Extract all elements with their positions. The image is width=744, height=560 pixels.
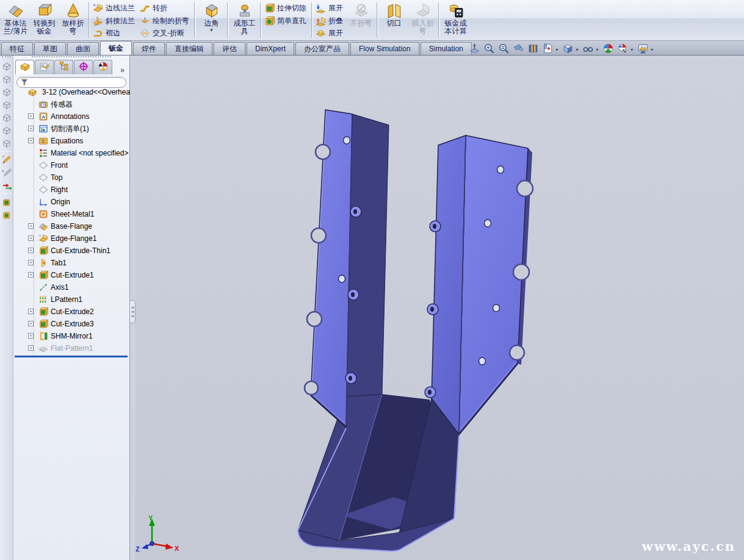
expand-toggle[interactable]: +	[28, 248, 34, 253]
expand-toggle[interactable]: +	[28, 138, 34, 143]
expand-toggle[interactable]: +	[28, 235, 34, 241]
ribbon-button-sheetmetal-cost[interactable]: 钣金成本计算	[441, 1, 470, 40]
ribbon-button-sketched-bend[interactable]: 绘制的折弯	[139, 15, 193, 27]
panel-tab-featuremanager-tree[interactable]	[15, 60, 34, 74]
viewtool-previous-view[interactable]	[513, 43, 524, 57]
dropdown-arrow-icon[interactable]: ▼	[650, 48, 654, 52]
expand-toggle[interactable]: +	[28, 272, 34, 278]
tab-DimXpert[interactable]: DimXpert	[247, 42, 294, 55]
panel-tab-overflow[interactable]: »	[120, 66, 125, 74]
part-seat[interactable]	[298, 394, 459, 551]
tab-特征[interactable]: 特征	[1, 42, 33, 55]
tree-item-Equations[interactable]: +ΣEquations	[13, 135, 129, 147]
tab-草图[interactable]: 草图	[34, 42, 66, 55]
dropdown-arrow-icon[interactable]: ▼	[630, 48, 634, 52]
viewtool-annotation-view[interactable]: ▼	[542, 43, 559, 57]
view-cube-iso-icon[interactable]	[1, 138, 12, 149]
view-cube-1-icon[interactable]	[1, 61, 12, 72]
tree-item-LPattern1[interactable]: LPattern1	[13, 293, 129, 306]
expand-toggle[interactable]: +	[28, 126, 34, 131]
ribbon-button-forming-tool[interactable]: 成形工具	[230, 1, 259, 40]
tree-item-Flat-Pattern1[interactable]: +Flat-Pattern1	[13, 342, 129, 354]
view-cube-4-icon[interactable]	[1, 99, 12, 110]
tab-直接编辑[interactable]: 直接编辑	[166, 42, 212, 55]
viewtool-section-view[interactable]	[527, 43, 539, 57]
expand-toggle[interactable]: +	[28, 223, 34, 229]
panel-tab-displaymanager[interactable]	[93, 60, 112, 74]
panel-collapse-handle[interactable]: ◄ ◄ ◄	[130, 300, 135, 323]
view-cube-5-icon[interactable]	[1, 112, 12, 123]
tree-item-Material-not-specified-[interactable]: Material <not specified>	[13, 147, 129, 159]
panel-tab-dimxpertmanager[interactable]	[74, 60, 93, 74]
tree-item-Origin[interactable]: Origin	[13, 196, 129, 208]
tab-曲面[interactable]: 曲面	[67, 42, 99, 55]
panel-tab-configurationmanager[interactable]	[54, 60, 73, 74]
tree-item-Top[interactable]: Top	[13, 171, 129, 184]
part-right-plate[interactable]	[425, 135, 533, 434]
tree-item-Cut-Extrude1[interactable]: +Cut-Extrude1	[13, 269, 129, 281]
tab-钣金[interactable]: 钣金	[100, 41, 132, 55]
tab-办公室产品[interactable]: 办公室产品	[295, 42, 349, 55]
ribbon-button-lofted-bend[interactable]: 放样折弯	[59, 1, 87, 40]
extrude-boss-icon[interactable]	[1, 196, 12, 207]
viewtool-display-style[interactable]: ▼	[582, 43, 599, 57]
viewtool-zoom-in-out[interactable]	[498, 43, 510, 57]
ribbon-button-flatten[interactable]: 展开	[314, 27, 347, 40]
panel-tab-propertymanager[interactable]	[35, 60, 54, 74]
viewtool-zoom-to-fit[interactable]	[469, 43, 480, 57]
viewtool-edit-appearance[interactable]: ▼	[617, 43, 634, 57]
ribbon-button-unfold[interactable]: 展开	[314, 2, 347, 15]
tree-item-Edge-Flange1[interactable]: ++Edge-Flange1	[13, 232, 129, 245]
tree-item-Cut-Extrude-Thin1[interactable]: +Cut-Extrude-Thin1	[13, 245, 129, 257]
tree-item-Cut-Extrude3[interactable]: +Cut-Extrude3	[13, 318, 129, 330]
tree-item-Right[interactable]: Right	[13, 184, 129, 196]
viewtool-view-orientation[interactable]: ▼	[562, 43, 579, 57]
dropdown-arrow-icon[interactable]: ▼	[595, 48, 599, 52]
rollback-bar[interactable]	[15, 356, 128, 357]
ribbon-button-extruded-cut[interactable]: 拉伸切除	[263, 2, 310, 15]
tab-Simulation[interactable]: Simulation	[421, 42, 472, 55]
tree-item-Sheet-Metal1[interactable]: Sheet-Metal1	[13, 208, 129, 220]
tab-Flow Simulation[interactable]: Flow Simulation	[350, 42, 419, 55]
expand-toggle[interactable]: +	[28, 345, 34, 351]
expand-toggle[interactable]: +	[28, 333, 34, 339]
ribbon-button-rip[interactable]: 切口	[380, 1, 408, 40]
tree-item-Front[interactable]: Front	[13, 159, 129, 171]
ribbon-button-cross-break[interactable]: 交叉-折断	[139, 27, 193, 40]
viewtool-apply-scene[interactable]: ▼	[637, 43, 654, 57]
viewtool-zoom-to-area[interactable]	[483, 43, 495, 57]
filter-input[interactable]	[31, 79, 122, 86]
dropdown-arrow-icon[interactable]: ▼	[575, 48, 579, 52]
tab-评估[interactable]: 评估	[214, 42, 245, 55]
tree-item-SHM-Mirror1[interactable]: +SHM-Mirror1	[13, 330, 129, 342]
tree-item-Tab1[interactable]: +Tab1	[13, 257, 129, 269]
tree-item-Cut-Extrude2[interactable]: +Cut-Extrude2	[13, 306, 129, 318]
ribbon-button-edge-flange[interactable]: +边线法兰	[92, 2, 139, 15]
ribbon-button-miter-flange[interactable]: 斜接法兰	[92, 15, 139, 27]
expand-toggle[interactable]: +	[28, 260, 34, 265]
tree-item-Annotations[interactable]: +AAnnotations	[13, 110, 129, 123]
ribbon-button-jog[interactable]: 转折	[139, 2, 193, 15]
part-left-plate[interactable]	[305, 110, 389, 427]
ribbon-button-base-flange[interactable]: 基体法兰/薄片	[1, 1, 30, 40]
graphics-area[interactable]: Y X Z www.ayc.cn	[135, 56, 744, 560]
expand-toggle[interactable]: +	[28, 321, 34, 326]
sketch-icon[interactable]	[1, 154, 12, 165]
tab-焊件[interactable]: 焊件	[133, 42, 165, 55]
ribbon-button-hem[interactable]: 褶边	[92, 27, 139, 40]
ribbon-button-fold[interactable]: 折叠	[314, 15, 347, 27]
ribbon-button-simple-hole[interactable]: 简单直孔	[263, 15, 310, 27]
expand-toggle[interactable]: +	[28, 113, 34, 119]
dropdown-arrow-icon[interactable]: ▼	[555, 48, 559, 52]
expand-toggle[interactable]: +	[28, 309, 34, 314]
tree-item--[interactable]: 传感器	[13, 98, 129, 110]
tree-item-Base-Flange[interactable]: +Base-Flange	[13, 220, 129, 232]
tree-item-Axis1[interactable]: Axis1	[13, 281, 129, 293]
model-joist-hanger[interactable]: Y X Z	[135, 56, 744, 560]
view-cube-2-icon[interactable]	[1, 74, 12, 85]
reference-geometry-icon[interactable]	[1, 180, 12, 191]
sketch-3d-icon[interactable]: +	[1, 167, 12, 178]
tree-item--1-[interactable]: +切割清单(1)	[13, 123, 129, 135]
extrude-cut-icon[interactable]	[1, 209, 12, 220]
view-cube-3-icon[interactable]	[1, 87, 12, 98]
